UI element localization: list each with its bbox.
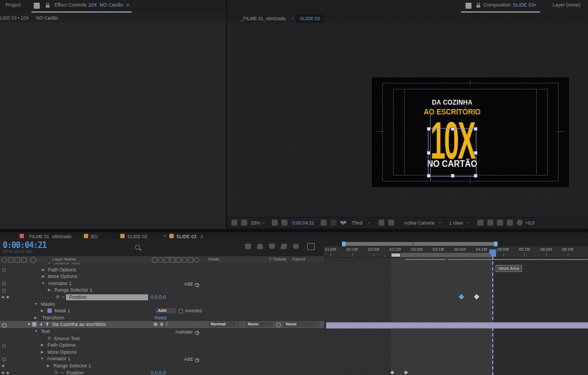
selection-handle[interactable] xyxy=(451,174,455,178)
selection-handle[interactable] xyxy=(427,127,431,131)
eye-icon[interactable] xyxy=(2,323,7,328)
collapse-icon[interactable]: ▼ xyxy=(34,301,38,308)
expand-icon[interactable]: ▶ xyxy=(47,362,50,370)
tab-layer-no-cartao[interactable]: NO Cartão xyxy=(100,2,123,8)
expression-graph-icon[interactable]: ~ xyxy=(62,294,64,301)
collapse-icon[interactable]: ▼ xyxy=(34,328,38,335)
work-area-bar[interactable] xyxy=(391,253,497,257)
graph-editor-icon[interactable] xyxy=(307,243,315,250)
collapse-icon[interactable]: ▼ xyxy=(40,355,44,362)
channels-icon[interactable] xyxy=(340,221,347,225)
row-masks[interactable]: ▼ Masks xyxy=(0,301,324,308)
camera-chevron-icon[interactable]: ⌄ xyxy=(438,220,442,225)
frameblend-switch-icon[interactable] xyxy=(176,257,181,263)
parent-pickwhip-icon[interactable] xyxy=(276,323,281,328)
composition-frame[interactable]: DA COZINHA AO ESCRITÓRIO 10X NO CARTÃO xyxy=(372,77,569,187)
tab-composition[interactable]: Composition xyxy=(483,2,511,8)
draft-3d-icon[interactable] xyxy=(257,244,263,249)
prev-keyframe-icon[interactable]: ◀ xyxy=(1,295,6,299)
add-keyframe-icon[interactable]: ◆ xyxy=(6,295,11,299)
mask-visibility-icon[interactable] xyxy=(487,220,493,226)
tab-effect-controls[interactable]: Effect Controls xyxy=(54,2,87,8)
trkmat-dropdown[interactable]: None⌄ xyxy=(246,322,273,327)
flowchart-icon[interactable] xyxy=(507,220,513,226)
prev-keyframe-icon[interactable]: ◀ xyxy=(1,371,6,374)
effect-subtab-no-cartao[interactable]: NO Cartão xyxy=(36,15,58,21)
reset-link[interactable]: Reset xyxy=(155,314,167,322)
audio-column-icon[interactable] xyxy=(8,257,14,263)
panel-menu-icon[interactable]: ≡ xyxy=(534,2,536,8)
playhead-line[interactable] xyxy=(492,256,493,375)
layer-selection-box[interactable] xyxy=(428,128,476,177)
threed-switch-icon[interactable] xyxy=(194,257,199,263)
gutter-icon[interactable] xyxy=(2,358,6,361)
row-animator-1-2[interactable]: ▼ Animator 1 Add: ▶ xyxy=(0,355,324,362)
fast-previews-icon[interactable] xyxy=(378,220,384,226)
row-position-selected[interactable]: ◀◆ ⊙ ~ Position 0,0,0,0 xyxy=(0,294,324,301)
tab-composition-name[interactable]: SLIDE 03 xyxy=(513,2,534,8)
row-range-selector-1-2[interactable]: ◀ ▶ Range Selector 1 xyxy=(0,362,324,370)
tab-layer-10x[interactable]: 10X xyxy=(88,2,97,8)
stopwatch-icon[interactable]: ⊙ xyxy=(56,294,59,301)
lock-icon[interactable] xyxy=(46,5,50,8)
motion-blur-icon[interactable] xyxy=(293,244,299,249)
layer-duration-bar[interactable] xyxy=(326,322,588,329)
roi-icon[interactable] xyxy=(272,220,278,226)
selection-handle[interactable] xyxy=(451,127,455,131)
row-position-2[interactable]: ◀◆ ⊙ ~ Position 0,0,0,0 xyxy=(0,370,324,375)
property-value[interactable]: 0,0,0,0 xyxy=(151,370,166,375)
label-column-icon[interactable] xyxy=(29,256,37,264)
blend-mode-dropdown[interactable]: Normal⌄ xyxy=(209,322,239,327)
lock-column-icon[interactable] xyxy=(21,257,27,263)
timeline-button-icon[interactable] xyxy=(497,220,503,226)
frame-blending-icon[interactable] xyxy=(280,244,287,249)
resolution-value[interactable]: Third xyxy=(352,220,362,226)
expand-icon[interactable]: ▶ xyxy=(41,307,44,314)
keyframe-navigator[interactable]: ◀◆ xyxy=(1,294,11,301)
work-area-start-handle[interactable] xyxy=(391,253,401,257)
close-tab-icon[interactable]: ✕ xyxy=(163,234,167,238)
mask-mode-dropdown[interactable]: Add⌄ xyxy=(156,308,176,313)
magnification-chevron-icon[interactable]: ⌄ xyxy=(262,220,265,225)
effects-switch-icon[interactable] xyxy=(170,257,175,263)
gutter-icon[interactable] xyxy=(2,289,6,293)
view-layout-camera[interactable]: Active Camera xyxy=(404,220,434,226)
breadcrumb-parent-comp[interactable]: _FILME 01_otimizado xyxy=(241,16,286,21)
exposure-gear-icon[interactable] xyxy=(517,220,523,226)
adjustment-switch-icon[interactable] xyxy=(188,257,193,263)
aux-icon[interactable] xyxy=(388,220,394,226)
lock-icon[interactable] xyxy=(476,5,480,8)
keyframe-navigator[interactable]: ◀◆ xyxy=(1,370,11,375)
grid-guides-icon[interactable] xyxy=(477,220,483,226)
trkmat-column-label[interactable]: T TrkMat xyxy=(269,256,286,263)
show-snapshot-icon[interactable] xyxy=(330,220,336,226)
shy-switch-icon[interactable] xyxy=(152,257,157,263)
selection-handle[interactable] xyxy=(427,151,431,155)
gutter-icon[interactable] xyxy=(2,282,6,286)
navigator-handle-left[interactable] xyxy=(342,241,346,246)
expand-icon[interactable]: ▶ xyxy=(42,273,45,280)
timeline-navigator-bar[interactable] xyxy=(343,242,497,246)
layer-color-chip[interactable] xyxy=(32,322,36,326)
view-count[interactable]: 1 View xyxy=(449,220,463,226)
row-text-group[interactable]: ▼ Text Animate: ▶ xyxy=(0,328,324,335)
snapshot-camera-icon[interactable] xyxy=(321,220,327,226)
row-more-options[interactable]: ▶ More Options xyxy=(0,273,324,280)
preview-timecode[interactable]: 0:00:04:21 xyxy=(292,220,314,226)
transparency-grid-icon[interactable] xyxy=(281,220,287,226)
key-prev-icon[interactable]: ◀ xyxy=(1,362,4,370)
solo-column-icon[interactable] xyxy=(15,257,20,263)
add-keyframe-icon[interactable]: ◆ xyxy=(6,371,11,374)
selection-handle[interactable] xyxy=(427,174,431,178)
stopwatch-icon[interactable]: ⊙ xyxy=(47,335,51,342)
row-animator-1[interactable]: ▼ Animator 1 Add: ▶ xyxy=(0,280,324,287)
comp-mini-flowchart-icon[interactable] xyxy=(245,244,251,249)
expand-icon[interactable]: ▶ xyxy=(41,342,44,349)
stopwatch-icon[interactable]: ⊙ xyxy=(54,370,58,375)
motionblur-switch-icon[interactable] xyxy=(182,257,187,263)
mask-color-chip[interactable] xyxy=(47,309,52,313)
current-timecode[interactable]: 0:00:04:21 xyxy=(3,240,46,250)
gutter-icon[interactable] xyxy=(2,344,6,348)
shy-toggle-icon[interactable] xyxy=(154,323,157,326)
layer-name[interactable]: Da Cozinha ao escritório xyxy=(52,321,106,328)
